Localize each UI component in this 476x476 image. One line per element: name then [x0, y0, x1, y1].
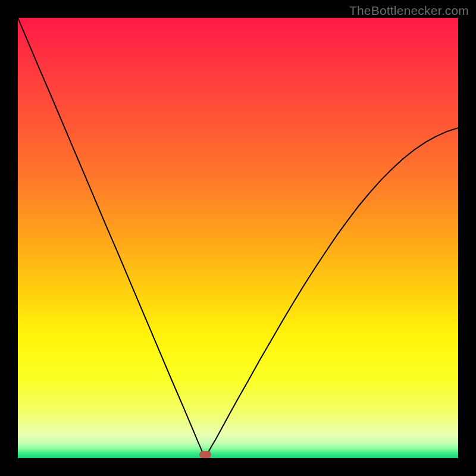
chart-background — [18, 18, 458, 458]
watermark-text: TheBottlenecker.com — [349, 4, 469, 18]
optimum-marker — [199, 451, 211, 458]
chart-plot — [18, 18, 458, 458]
chart-frame: TheBottlenecker.com — [0, 0, 476, 476]
